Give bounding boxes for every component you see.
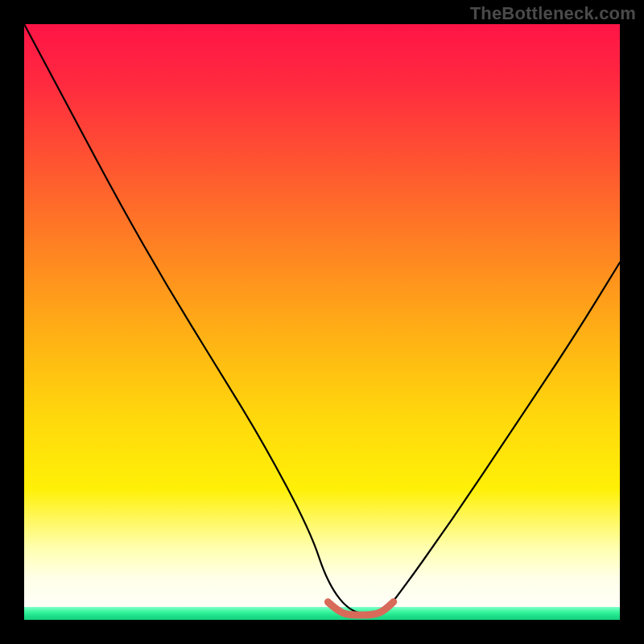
curve-layer [24, 24, 620, 620]
bottleneck-curve [24, 24, 620, 614]
chart-frame: TheBottleneck.com [0, 0, 644, 644]
plot-area [24, 24, 620, 620]
flat-valley-marker [328, 602, 393, 615]
watermark-text: TheBottleneck.com [470, 3, 636, 24]
